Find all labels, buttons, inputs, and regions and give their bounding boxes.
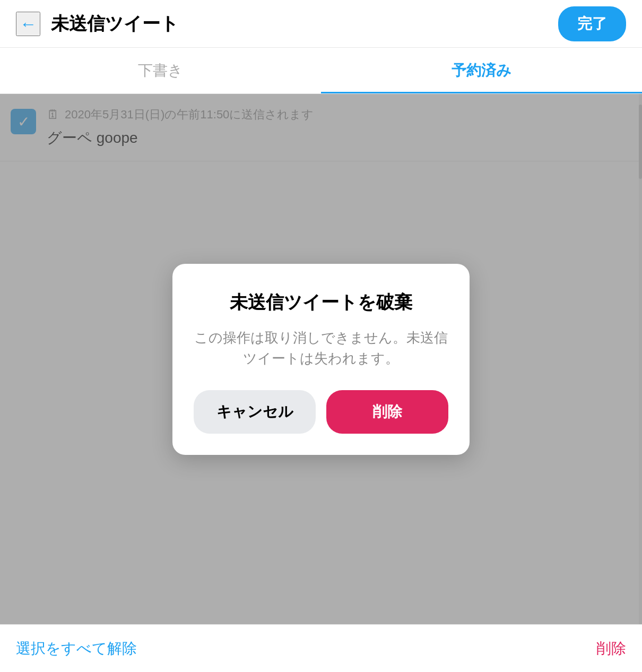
footer-delete-button[interactable]: 削除 — [596, 639, 626, 659]
dialog-title: 未送信ツイートを破棄 — [194, 290, 448, 315]
footer: 選択をすべて解除 削除 — [0, 624, 642, 672]
dialog: 未送信ツイートを破棄 この操作は取り消しできません。未送信ツイートは失われます。… — [172, 264, 470, 455]
delete-confirm-button[interactable]: 削除 — [326, 390, 448, 434]
tabs-bar: 下書き 予約済み — [0, 48, 642, 94]
dialog-backdrop: 未送信ツイートを破棄 この操作は取り消しできません。未送信ツイートは失われます。… — [0, 94, 642, 624]
tab-drafts[interactable]: 下書き — [0, 48, 321, 93]
dialog-message: この操作は取り消しできません。未送信ツイートは失われます。 — [194, 328, 448, 369]
tab-scheduled[interactable]: 予約済み — [321, 48, 642, 93]
dialog-buttons: キャンセル 削除 — [194, 390, 448, 434]
content-area: ✓ 🗓 2020年5月31日(日)の午前11:50に送信されます グーペ goo… — [0, 94, 642, 624]
page-title: 未送信ツイート — [51, 12, 558, 36]
clear-selection-button[interactable]: 選択をすべて解除 — [16, 639, 137, 659]
back-button[interactable]: ← — [16, 12, 40, 36]
done-button[interactable]: 完了 — [558, 6, 626, 41]
app-container: ← 未送信ツイート 完了 下書き 予約済み ✓ 🗓 2020年5月31日(日)の… — [0, 0, 642, 672]
header: ← 未送信ツイート 完了 — [0, 0, 642, 48]
cancel-button[interactable]: キャンセル — [194, 390, 316, 434]
